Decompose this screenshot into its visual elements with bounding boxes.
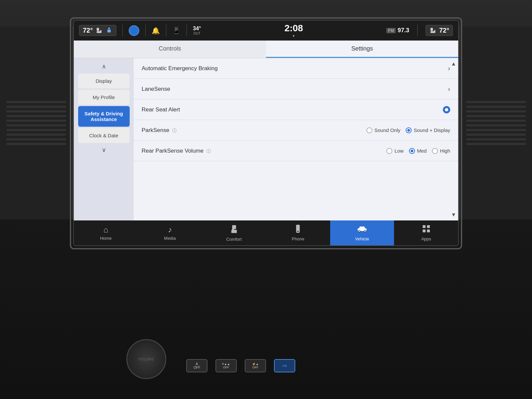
phone-nav-icon (294, 224, 302, 235)
radio-label-sound-display: Sound + Display (414, 127, 450, 133)
tab-controls[interactable]: Controls (74, 41, 266, 58)
temp-display-left[interactable]: 72° (79, 25, 116, 36)
notification-icon[interactable]: 🔔 (152, 27, 160, 35)
parksense-button-box[interactable]: P▲▲OFF (215, 359, 237, 372)
infotainment-screen: 72° 👤 🔔 📱 34° OUT (73, 20, 459, 246)
radio-freq: 97.3 (398, 27, 409, 34)
scroll-arrow-down[interactable]: ▼ (451, 212, 456, 218)
radio-sound-display[interactable]: Sound + Display (406, 127, 450, 133)
nav-label-media: Media (164, 236, 176, 241)
vent-slot (6, 134, 66, 136)
parksense-info-icon[interactable]: ⓘ (172, 128, 177, 133)
blue-button-box[interactable]: ≡⊟ (274, 359, 295, 372)
nav-item-comfort[interactable]: Comfort (202, 220, 266, 245)
sidebar-item-clock-date[interactable]: Clock & Date (78, 128, 130, 143)
setting-row-rear-seat-alert[interactable]: Rear Seat Alert (134, 99, 458, 120)
radio-circle-sound-display[interactable] (406, 127, 412, 133)
svg-rect-4 (430, 28, 433, 31)
rear-parksense-info-icon[interactable]: ⓘ (206, 149, 211, 154)
settings-list: ▲ Automatic Emergency Braking › LaneSens… (134, 58, 458, 220)
profile-avatar: 👤 (131, 27, 137, 34)
radio-circle-high[interactable] (432, 148, 438, 154)
tab-settings[interactable]: Settings (266, 41, 458, 58)
vent-slot (6, 106, 66, 108)
time-arrow[interactable]: ▾ (293, 34, 295, 38)
nav-label-comfort: Comfort (226, 237, 242, 242)
rear-sensor-label: ⚡▲OFF (252, 362, 259, 369)
vent-slot (6, 129, 66, 131)
rear-sensor-button-box[interactable]: ⚡▲OFF (245, 359, 266, 372)
setting-row-parksense[interactable]: ParkSense ⓘ Sound Only Sound + Display (134, 120, 458, 141)
setting-arrow-aeb: › (448, 65, 450, 72)
rear-sensor-button[interactable]: ⚡▲OFF (245, 359, 266, 372)
nav-item-media[interactable]: ♪ Media (138, 220, 202, 245)
volume-knob[interactable]: VOLUME (126, 339, 166, 379)
vent-slot (466, 101, 526, 103)
media-icon: ♪ (168, 225, 172, 234)
sidebar-item-safety[interactable]: Safety & Driving Assistance (78, 106, 130, 127)
radio-band: FM (386, 28, 395, 33)
radio-circle-med[interactable] (409, 148, 415, 154)
svg-rect-15 (427, 225, 430, 228)
svg-rect-6 (434, 30, 435, 33)
radio-sound-only[interactable]: Sound Only (366, 127, 400, 133)
nav-item-vehicle[interactable]: Vehicle (330, 220, 394, 245)
body-area: ∧ Display My Profile Safety & Driving As… (74, 58, 458, 220)
right-vent (459, 27, 532, 219)
auto-a-off-button[interactable]: AOFF (186, 359, 207, 372)
vent-slot (6, 143, 66, 145)
vent-slot (466, 120, 526, 122)
blue-button[interactable]: ≡⊟ (274, 359, 295, 372)
profile-icon[interactable]: 👤 (129, 25, 139, 36)
sidebar-scroll-up[interactable]: ∧ (100, 61, 108, 72)
setting-row-rear-parksense-volume[interactable]: Rear ParkSense Volume ⓘ Low Med (134, 141, 458, 161)
time-value: 2:08 (284, 23, 303, 34)
radio-low[interactable]: Low (386, 148, 404, 154)
vent-slot (466, 134, 526, 136)
temp-right-value: 72° (439, 27, 449, 34)
seat-icon-left (95, 27, 103, 34)
nav-label-phone: Phone (292, 236, 305, 241)
svg-rect-17 (427, 229, 430, 232)
seat-icon-right-small (429, 27, 437, 34)
toggle-rear-seat-alert[interactable] (443, 106, 450, 113)
nav-item-apps[interactable]: Apps (394, 220, 458, 245)
auto-a-button-box[interactable]: AOFF (186, 359, 207, 372)
scroll-arrow-up[interactable]: ▲ (451, 61, 456, 67)
temp-display-right[interactable]: 72° (426, 25, 453, 36)
svg-rect-8 (297, 231, 299, 232)
parksense-button[interactable]: P▲▲OFF (215, 359, 237, 372)
setting-label-lanesense: LaneSense (142, 86, 444, 92)
nav-item-phone[interactable]: Phone (266, 220, 330, 245)
vent-slot (6, 120, 66, 122)
radio-label-med: Med (417, 148, 427, 154)
setting-row-lanesense[interactable]: LaneSense › (134, 79, 458, 99)
radio-label-low: Low (394, 148, 404, 154)
vent-slot (466, 138, 526, 140)
sidebar-scroll-down[interactable]: ∨ (100, 144, 108, 156)
control-buttons-group: AOFF P▲▲OFF ⚡▲OFF ≡⊟ (186, 359, 295, 372)
radio-label-high: High (440, 148, 450, 154)
phone-icon[interactable]: 📱 (172, 27, 181, 35)
radio-high[interactable]: High (432, 148, 450, 154)
nav-item-home[interactable]: ⌂ Home (74, 220, 138, 245)
sidebar-item-my-profile[interactable]: My Profile (78, 90, 130, 105)
radio-circle-low[interactable] (386, 148, 392, 154)
apps-icon (422, 224, 431, 235)
radio-med[interactable]: Med (409, 148, 427, 154)
vent-slot (466, 124, 526, 126)
separator (122, 25, 123, 37)
vent-slot (6, 124, 66, 126)
nav-label-apps: Apps (421, 236, 431, 241)
svg-rect-2 (100, 30, 102, 33)
setting-label-parksense: ParkSense ⓘ (142, 127, 366, 134)
setting-row-aeb[interactable]: Automatic Emergency Braking › (134, 58, 458, 79)
outside-temp-value: 34° (193, 26, 201, 32)
volume-label: VOLUME (138, 357, 154, 361)
auto-a-label: AOFF (194, 362, 200, 369)
radio-display[interactable]: FM 97.3 (386, 27, 409, 34)
radio-circle-sound-only[interactable] (366, 127, 372, 133)
sidebar-item-display[interactable]: Display (78, 73, 130, 88)
vent-slot (466, 106, 526, 108)
separator (417, 25, 418, 37)
